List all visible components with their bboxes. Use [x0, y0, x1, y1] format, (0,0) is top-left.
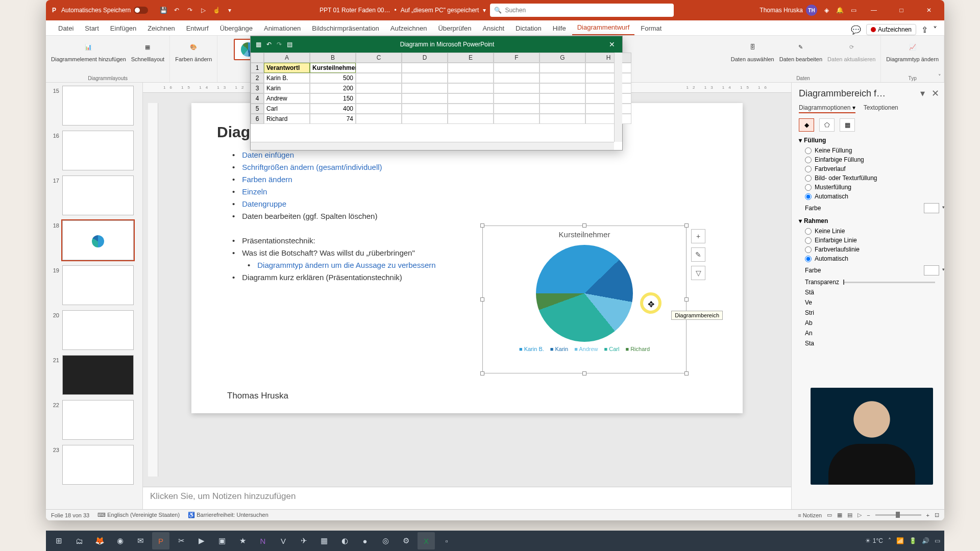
slide-thumb[interactable]: [62, 400, 134, 440]
cell[interactable]: Carl: [264, 104, 310, 114]
resize-handle[interactable]: [480, 297, 484, 302]
window-icon[interactable]: ▭: [851, 7, 856, 14]
cell[interactable]: Verantwortl: [264, 63, 310, 73]
add-chart-element-button[interactable]: 📊Diagrammelement hinzufügen: [51, 39, 126, 62]
fill-picture-radio[interactable]: Bild- oder Texturfüllung: [805, 174, 939, 182]
redo-icon[interactable]: ↷: [186, 6, 194, 14]
excel-data-window[interactable]: ▦ ↶ ↷ ▤ Diagramm in Microsoft PowerPoint…: [250, 36, 623, 151]
telegram-icon[interactable]: ✈: [295, 532, 312, 549]
size-props-icon[interactable]: ▦: [840, 118, 855, 132]
app-icon[interactable]: ◐: [336, 532, 353, 549]
row-col-corner[interactable]: [251, 53, 264, 63]
chart-options-tab[interactable]: Diagrammoptionen ▾: [799, 104, 855, 113]
excel-undo-icon[interactable]: ↶: [266, 41, 272, 48]
change-colors-button[interactable]: 🎨Farben ändern: [175, 39, 212, 62]
diamond-icon[interactable]: ◈: [824, 7, 829, 14]
resize-handle[interactable]: [582, 371, 586, 375]
row-header[interactable]: 6: [251, 114, 264, 124]
border-section-header[interactable]: ▾ Rahmen: [799, 217, 939, 224]
minimize-button[interactable]: —: [864, 0, 884, 20]
legend-item[interactable]: Karin: [550, 346, 568, 352]
tab-hilfe[interactable]: Hilfe: [548, 21, 571, 35]
bell-icon[interactable]: 🔔: [836, 7, 844, 14]
view-reading-icon[interactable]: ▤: [847, 512, 852, 518]
view-slideshow-icon[interactable]: ▷: [857, 512, 862, 518]
excel-icon[interactable]: X: [418, 532, 435, 549]
user-account[interactable]: Thomas Hruska TH: [760, 5, 817, 16]
resize-handle[interactable]: [684, 371, 689, 375]
row-header[interactable]: 4: [251, 93, 264, 104]
cell[interactable]: 74: [310, 114, 356, 124]
maximize-button[interactable]: □: [891, 0, 912, 20]
legend-item[interactable]: Andrew: [574, 346, 598, 352]
cell[interactable]: [356, 63, 402, 73]
slideshow-icon[interactable]: ▷: [199, 6, 207, 14]
tab-aufzeichnen[interactable]: Aufzeichnen: [385, 21, 432, 35]
explorer-icon[interactable]: 🗂: [70, 532, 88, 549]
close-button[interactable]: ✕: [919, 0, 939, 20]
tab-format[interactable]: Format: [635, 21, 667, 35]
app-icon[interactable]: ▦: [315, 532, 333, 549]
tab-bildschirmpraesentation[interactable]: Bildschirmpräsentation: [307, 21, 384, 35]
notes-toggle[interactable]: ≡ Notizen: [798, 512, 822, 518]
ribbon-chevron-icon[interactable]: ˅: [938, 73, 941, 80]
tab-diagrammentwurf[interactable]: Diagrammentwurf: [572, 20, 635, 35]
legend-item[interactable]: Richard: [625, 346, 650, 352]
chart-title[interactable]: Kursteilnehmer: [483, 226, 686, 239]
tab-start[interactable]: Start: [80, 21, 104, 35]
view-normal-icon[interactable]: ▭: [827, 512, 832, 518]
settings-icon[interactable]: ⚙: [397, 532, 414, 549]
fill-line-icon[interactable]: ◆: [799, 118, 814, 132]
cell[interactable]: Andrew: [264, 93, 310, 104]
fill-solid-radio[interactable]: Einfarbige Füllung: [805, 156, 939, 163]
slide-thumb[interactable]: [62, 445, 134, 485]
col-header[interactable]: C: [356, 53, 402, 63]
firefox-icon[interactable]: 🦊: [91, 532, 108, 549]
app-icon[interactable]: ◎: [377, 532, 394, 549]
qat-more-icon[interactable]: ▾: [226, 6, 234, 14]
cell[interactable]: 150: [310, 93, 356, 104]
col-header[interactable]: D: [402, 53, 448, 63]
col-header[interactable]: G: [540, 53, 585, 63]
slide-thumb[interactable]: [62, 176, 134, 215]
line-none-radio[interactable]: Keine Linie: [805, 228, 939, 235]
zoom-out-icon[interactable]: −: [867, 512, 870, 518]
slide-thumb[interactable]: [62, 265, 134, 305]
tab-ansicht[interactable]: Ansicht: [477, 21, 509, 35]
onenote-icon[interactable]: N: [254, 532, 272, 549]
slide-thumb[interactable]: [62, 355, 134, 395]
resize-handle[interactable]: [582, 223, 586, 228]
notes-pane[interactable]: Klicken Sie, um Notizen hinzuzufügen: [143, 487, 791, 509]
transparency-slider[interactable]: [843, 282, 935, 283]
weather-widget[interactable]: ☀ 1°C: [865, 537, 883, 544]
slide-thumb[interactable]: [62, 86, 134, 126]
chart-style-icon[interactable]: ✎: [691, 247, 705, 262]
fill-color-picker[interactable]: [924, 203, 939, 213]
accessibility-status[interactable]: ♿ Barrierefreiheit: Untersuchen: [188, 512, 268, 518]
tray-chevron-icon[interactable]: ˄: [888, 537, 891, 544]
touch-icon[interactable]: ☝: [212, 6, 220, 14]
col-header[interactable]: E: [448, 53, 494, 63]
fill-auto-radio[interactable]: Automatisch: [805, 193, 939, 200]
tray-app-icon[interactable]: ▭: [935, 537, 940, 544]
pie-chart[interactable]: [536, 245, 633, 342]
edit-data-button[interactable]: ✎Daten bearbeiten: [779, 39, 822, 62]
slide-thumbnails-pane[interactable]: 15 16 17 18 19 20 21 22 23: [46, 83, 143, 509]
quick-layout-button[interactable]: ▦Schnelllayout: [131, 39, 164, 62]
slide-counter[interactable]: Folie 18 von 33: [51, 512, 89, 518]
slide-thumb-selected[interactable]: [62, 220, 134, 260]
cell[interactable]: 400: [310, 104, 356, 114]
change-chart-type-button[interactable]: 📈Diagrammtyp ändern: [886, 39, 939, 62]
text-options-tab[interactable]: Textoptionen: [864, 104, 898, 113]
share-icon[interactable]: ⇪: [921, 25, 928, 35]
fit-window-icon[interactable]: ⊡: [935, 512, 939, 518]
autosave-toggle[interactable]: Automatisches Speichern: [61, 7, 148, 14]
line-solid-radio[interactable]: Einfarbige Linie: [805, 237, 939, 244]
resize-handle[interactable]: [684, 297, 689, 302]
row-header[interactable]: 3: [251, 83, 264, 93]
app-icon[interactable]: ▫: [438, 532, 455, 549]
chart-legend[interactable]: Karin B. Karin Andrew Carl Richard: [483, 346, 686, 352]
tab-uebergaenge[interactable]: Übergänge: [215, 21, 258, 35]
tab-dictation[interactable]: Dictation: [510, 21, 547, 35]
fill-pattern-radio[interactable]: Musterfüllung: [805, 184, 939, 191]
